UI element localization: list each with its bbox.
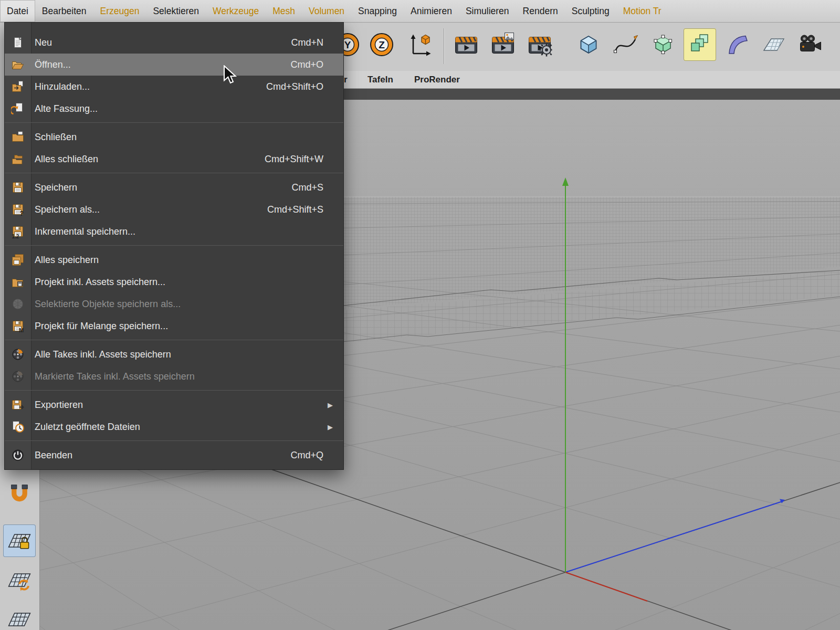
merge-folder-icon (11, 80, 25, 93)
close-all-icon (11, 152, 25, 166)
takes-reel-icon (11, 348, 25, 361)
workplane-partial-button[interactable] (5, 605, 34, 630)
menubar-item-selektieren[interactable]: Selektieren (146, 0, 206, 22)
svg-text:?: ? (20, 210, 24, 216)
menu-item-markierte-takes-inkl-assets-speichern: Markierte Takes inkl. Assets speichern (5, 365, 343, 387)
camera-button[interactable] (795, 29, 826, 60)
menu-item-schließen[interactable]: Schließen (5, 126, 343, 148)
menubar-item-snapping[interactable]: Snapping (351, 0, 404, 22)
menubar-item-werkzeuge[interactable]: Werkzeuge (206, 0, 266, 22)
render-picture-viewer-button[interactable] (488, 29, 518, 60)
open-folder-icon (11, 58, 25, 71)
menu-item-shortcut: Cmd+N (291, 37, 336, 48)
axis-z-button[interactable]: Z (366, 29, 397, 60)
save-incremental-icon: 1.2 (11, 225, 25, 238)
menu-item-öffnen[interactable]: Öffnen...Cmd+O (5, 54, 343, 76)
menu-separator (5, 387, 343, 394)
menu-item-label: Schließen (35, 132, 77, 143)
menu-item-shortcut: Cmd+S (291, 182, 336, 193)
application-window: YZ rTafelnProRender DateiBearbeitenErzeu… (0, 0, 840, 630)
menu-item-shortcut: Cmd+Shift+O (266, 81, 336, 92)
snap-magnet-button[interactable] (5, 481, 34, 511)
menu-item-label: Neu (35, 37, 52, 48)
menubar-item-animieren[interactable]: Animieren (404, 0, 459, 22)
takes-reel-2-icon (11, 370, 25, 383)
svg-text:Z: Z (379, 39, 385, 50)
menu-item-label: Beenden (35, 450, 72, 461)
menu-item-inkremental-speichern[interactable]: 1.2Inkremental speichern... (5, 220, 343, 243)
save-melange-icon: M (11, 319, 25, 333)
workplane-lock-button[interactable] (3, 524, 36, 557)
power-icon (11, 448, 25, 462)
menu-separator (5, 438, 343, 444)
svg-text:Y: Y (344, 39, 351, 50)
menu-item-neu[interactable]: NeuCmd+N (5, 32, 343, 54)
floor-button[interactable] (759, 29, 789, 60)
menu-separator (5, 337, 343, 343)
menubar-item-motion-tr[interactable]: Motion Tr (616, 0, 668, 22)
menu-item-alle-takes-inkl-assets-speichern[interactable]: Alle Takes inkl. Assets speichern (5, 343, 343, 365)
menu-item-label: Inkremental speichern... (35, 226, 135, 237)
menu-item-hinzuladen[interactable]: Hinzuladen...Cmd+Shift+O (5, 76, 343, 98)
render-settings-button[interactable] (524, 29, 555, 60)
coordinate-system-button[interactable] (405, 29, 435, 60)
viewport-menu-tafeln[interactable]: Tafeln (368, 71, 393, 88)
svg-text:M: M (19, 327, 24, 333)
menu-item-speichern-als[interactable]: ?Speichern als...Cmd+Shift+S (5, 198, 343, 220)
menu-item-label: Speichern als... (35, 204, 100, 215)
file-menu-dropdown: NeuCmd+NÖffnen...Cmd+OHinzuladen...Cmd+S… (4, 22, 344, 470)
viewport-menu-prorender[interactable]: ProRender (414, 71, 460, 88)
save-as-floppy-icon: ? (11, 203, 25, 216)
menu-item-projekt-inkl-assets-speichern[interactable]: Projekt inkl. Assets speichern... (5, 271, 343, 293)
deformer-button[interactable] (722, 29, 752, 60)
viewport-menu-filter-partial[interactable]: r (344, 71, 348, 88)
workplane-refresh-button[interactable] (5, 565, 34, 595)
menu-item-zuletzt-geöffnete-dateien[interactable]: Zuletzt geöffnete Dateien▶ (5, 416, 343, 438)
save-all-icon (11, 253, 25, 267)
menu-item-shortcut: Cmd+O (290, 59, 336, 70)
menubar-item-rendern[interactable]: Rendern (516, 0, 565, 22)
menu-item-label: Selektierte Objekte speichern als... (35, 299, 181, 310)
menubar-item-simulieren[interactable]: Simulieren (459, 0, 516, 22)
menu-item-label: Exportieren (35, 400, 83, 411)
menu-item-alles-speichern[interactable]: Alles speichern (5, 249, 343, 271)
menu-item-label: Markierte Takes inkl. Assets speichern (35, 371, 195, 382)
menu-item-label: Alle Takes inkl. Assets speichern (35, 349, 171, 360)
menu-item-label: Alles schließen (35, 154, 98, 165)
menubar-item-datei[interactable]: Datei (0, 0, 35, 22)
menu-item-selektierte-objekte-speichern-als: Selektierte Objekte speichern als... (5, 293, 343, 315)
save-floppy-icon (11, 181, 25, 194)
menu-item-shortcut: Cmd+Shift+S (267, 204, 336, 215)
revert-file-icon (11, 102, 25, 116)
new-document-icon (11, 36, 25, 49)
menu-item-alles-schließen[interactable]: Alles schließenCmd+Shift+W (5, 148, 343, 170)
menubar-item-mesh[interactable]: Mesh (266, 0, 302, 22)
svg-text:1.2: 1.2 (12, 234, 19, 239)
subdivision-surface-button[interactable] (684, 28, 716, 61)
render-view-button[interactable] (451, 29, 481, 60)
menu-item-shortcut: Cmd+Shift+W (265, 154, 336, 165)
menubar-item-bearbeiten[interactable]: Bearbeiten (35, 0, 93, 22)
menu-item-beenden[interactable]: BeendenCmd+Q (5, 444, 343, 466)
menu-item-label: Hinzuladen... (35, 81, 90, 92)
menu-item-alte-fassung[interactable]: Alte Fassung... (5, 98, 343, 120)
menubar-item-sculpting[interactable]: Sculpting (565, 0, 616, 22)
menu-item-projekt-für-melange-speichern[interactable]: MProjekt für Melange speichern... (5, 315, 343, 337)
menu-item-speichern[interactable]: SpeichernCmd+S (5, 176, 343, 198)
menu-item-exportieren[interactable]: Exportieren▶ (5, 394, 343, 416)
menu-item-shortcut: Cmd+Q (290, 450, 336, 461)
generators-button[interactable] (648, 29, 678, 60)
spline-pen-button[interactable] (610, 29, 640, 60)
menu-separator (5, 120, 343, 126)
save-selected-icon (11, 297, 25, 311)
menu-separator (5, 243, 343, 249)
menubar-item-volumen[interactable]: Volumen (302, 0, 351, 22)
menubar-item-erzeugen[interactable]: Erzeugen (93, 0, 146, 22)
submenu-arrow-icon: ▶ (328, 423, 336, 431)
menu-item-label: Öffnen... (35, 59, 71, 70)
submenu-arrow-icon: ▶ (328, 401, 336, 409)
toolbar-separator (444, 28, 444, 64)
primitive-cube-button[interactable] (573, 29, 604, 60)
menu-item-label: Projekt inkl. Assets speichern... (35, 277, 165, 288)
close-file-icon (11, 130, 25, 144)
